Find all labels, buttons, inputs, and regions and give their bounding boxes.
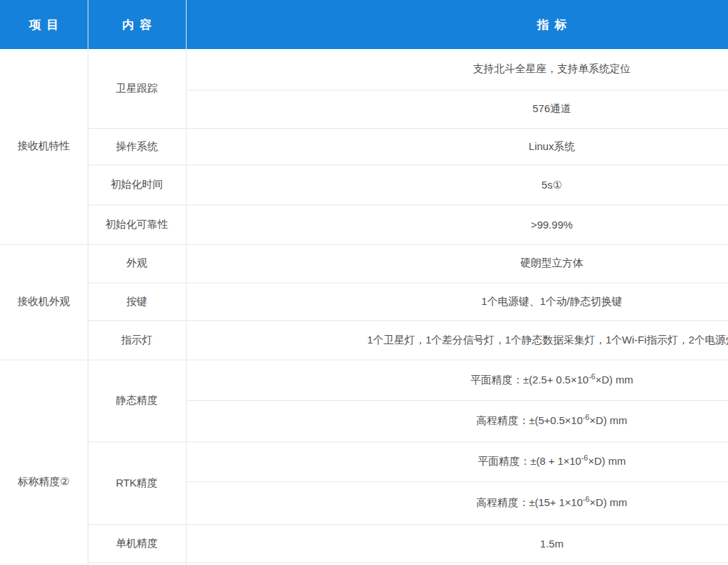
content-label-init-time: 初始化时间 [88, 165, 186, 205]
spec-value-cell: Linux系统 [186, 128, 728, 165]
table-row: 初始化时间 5s① [0, 165, 728, 205]
spec-text: ×D) mm [588, 455, 626, 467]
table-row: 按键 1个电源键、1个动/静态切换键 [0, 282, 728, 320]
spec-value-cell: 高程精度：±(15+ 1×10-6×D) mm [186, 482, 728, 524]
content-label-static-accuracy: 静态精度 [88, 360, 186, 442]
spec-text: 高程精度：±(15+ 1×10 [476, 496, 583, 508]
spec-value-cell: 平面精度：±(8 + 1×10-6×D) mm [186, 442, 728, 482]
table-row [0, 562, 728, 565]
table-row: 指示灯 1个卫星灯，1个差分信号灯，1个静态数据采集灯，1个Wi-Fi指示灯，2… [0, 320, 728, 360]
content-label-standalone-accuracy: 单机精度 [88, 524, 186, 562]
content-label-indicator-lights: 指示灯 [88, 320, 186, 360]
content-label-rtk-accuracy: RTK精度 [88, 442, 186, 524]
spec-value-cell: 支持北斗全星座，支持单系统定位 [186, 49, 728, 90]
spec-value-cell: 576通道 [186, 90, 728, 128]
section-cell-receiver-features: 接收机特性 [0, 49, 88, 244]
table-row: 单机精度 1.5m [0, 524, 728, 562]
spec-text: 高程精度：±(5+0.5×10 [476, 414, 583, 426]
content-label-cell [88, 562, 186, 565]
content-label-buttons: 按键 [88, 282, 186, 320]
spec-text: ×D) mm [595, 374, 633, 386]
spec-value-cell [186, 562, 728, 565]
spec-value-cell: 5s① [186, 165, 728, 205]
spec-value-cell: 平面精度：±(2.5+ 0.5×10-6×D) mm [186, 360, 728, 400]
spec-table: 项目 内容 指标 接收机特性 卫星跟踪 支持北斗全星座，支持单系统定位 576通… [0, 0, 728, 565]
spec-value-cell: >99.99% [186, 205, 728, 244]
content-label-init-reliability: 初始化可靠性 [88, 205, 186, 244]
table-row: 标称精度② 静态精度 平面精度：±(2.5+ 0.5×10-6×D) mm [0, 360, 728, 400]
table-row: 操作系统 Linux系统 [0, 128, 728, 165]
spec-value-cell: 1.5m [186, 524, 728, 562]
column-header-item: 项目 [0, 0, 88, 49]
table-row: 接收机外观 外观 硬朗型立方体 [0, 244, 728, 282]
spec-table-viewport: 项目 内容 指标 接收机特性 卫星跟踪 支持北斗全星座，支持单系统定位 576通… [0, 0, 728, 565]
section-cell-nominal-accuracy: 标称精度② [0, 360, 88, 565]
spec-value-cell: 1个卫星灯，1个差分信号灯，1个静态数据采集灯，1个Wi-Fi指示灯，2个电源灯 [186, 320, 728, 360]
spec-value-cell: 1个电源键、1个动/静态切换键 [186, 282, 728, 320]
spec-superscript: -6 [583, 413, 590, 421]
spec-text: 平面精度：±(2.5+ 0.5×10 [471, 374, 588, 386]
table-row: RTK精度 平面精度：±(8 + 1×10-6×D) mm [0, 442, 728, 482]
column-header-spec: 指标 [186, 0, 728, 49]
spec-value-cell: 硬朗型立方体 [186, 244, 728, 282]
header-row: 项目 内容 指标 [0, 0, 728, 49]
content-label-operating-system: 操作系统 [88, 128, 186, 165]
section-cell-receiver-appearance: 接收机外观 [0, 244, 88, 360]
column-header-content: 内容 [88, 0, 186, 49]
spec-text: ×D) mm [590, 414, 628, 426]
spec-value-cell: 高程精度：±(5+0.5×10-6×D) mm [186, 400, 728, 442]
content-label-satellite-tracking: 卫星跟踪 [88, 49, 186, 128]
content-label-appearance: 外观 [88, 244, 186, 282]
spec-superscript: -6 [588, 372, 595, 381]
spec-text: ×D) mm [590, 496, 628, 508]
table-row: 初始化可靠性 >99.99% [0, 205, 728, 244]
spec-text: 平面精度：±(8 + 1×10 [478, 455, 581, 467]
spec-superscript: -6 [583, 495, 590, 503]
table-row: 接收机特性 卫星跟踪 支持北斗全星座，支持单系统定位 [0, 49, 728, 90]
